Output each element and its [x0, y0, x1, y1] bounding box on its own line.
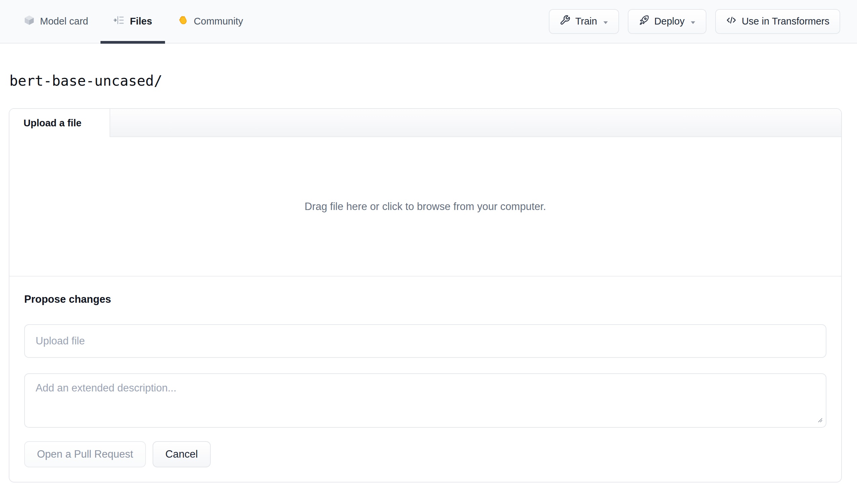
tab-files-label: Files [130, 16, 152, 27]
train-button[interactable]: Train [549, 9, 619, 34]
upload-filename-input[interactable] [24, 324, 826, 358]
tab-files[interactable]: Files [113, 0, 152, 43]
extended-description-textarea[interactable] [24, 373, 826, 428]
tab-community[interactable]: Community [178, 0, 243, 43]
repo-tab-bar: Model card Files [23, 0, 243, 43]
repo-header: Model card Files [0, 0, 857, 44]
rocket-icon [639, 15, 649, 28]
file-dropzone[interactable]: Drag file here or click to browse from y… [10, 137, 841, 276]
cube-icon [23, 14, 35, 28]
tabstrip-filler [110, 109, 841, 137]
train-button-label: Train [575, 16, 597, 27]
tab-model-card[interactable]: Model card [23, 0, 88, 43]
tab-model-card-label: Model card [40, 16, 88, 27]
propose-changes-heading: Propose changes [24, 293, 826, 305]
deploy-button-label: Deploy [654, 16, 685, 27]
tab-upload-a-file-label: Upload a file [23, 118, 81, 129]
waving-hand-icon [178, 14, 189, 28]
description-field-wrap [24, 373, 826, 428]
upload-card: Upload a file Drag file here or click to… [9, 108, 842, 483]
chevron-down-icon [603, 16, 608, 27]
files-icon [113, 14, 125, 28]
wrench-icon [559, 15, 570, 28]
use-in-transformers-button[interactable]: Use in Transformers [715, 9, 840, 34]
deploy-button[interactable]: Deploy [628, 9, 706, 34]
use-in-transformers-label: Use in Transformers [742, 16, 829, 27]
active-tab-underline [100, 41, 165, 44]
header-actions: Train Deploy [549, 0, 840, 43]
chevron-down-icon [690, 16, 696, 27]
cancel-button[interactable]: Cancel [153, 441, 211, 467]
model-repo-page: Model card Files [0, 0, 857, 504]
propose-changes-section: Propose changes Open a Pull Request Canc… [10, 276, 841, 482]
breadcrumb[interactable]: bert-base-uncased/ [10, 73, 162, 89]
dropzone-hint: Drag file here or click to browse from y… [304, 201, 546, 213]
tab-upload-a-file[interactable]: Upload a file [10, 109, 110, 137]
tab-community-label: Community [194, 16, 243, 27]
resize-handle-icon[interactable] [817, 417, 823, 424]
code-icon [726, 15, 737, 28]
upload-card-tabstrip: Upload a file [10, 109, 841, 137]
propose-actions: Open a Pull Request Cancel [24, 441, 826, 467]
open-pull-request-button[interactable]: Open a Pull Request [24, 441, 146, 467]
